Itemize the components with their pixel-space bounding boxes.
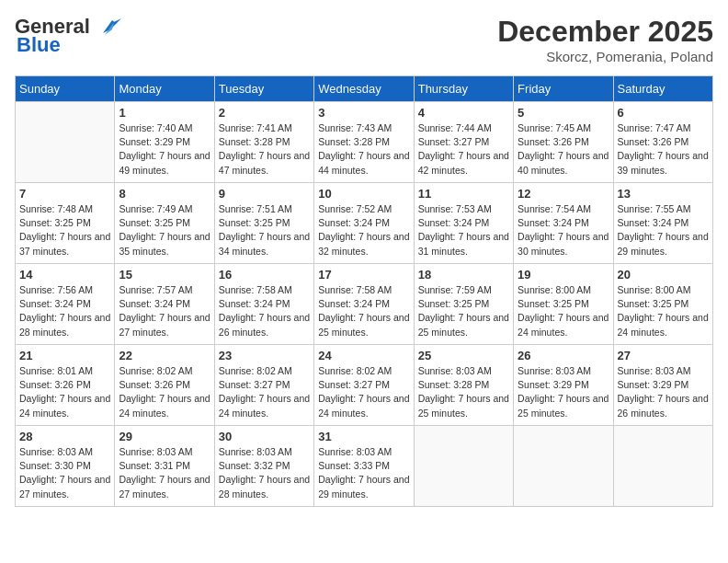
day-number: 8 — [119, 187, 210, 201]
day-info: Sunrise: 7:45 AMSunset: 3:26 PMDaylight:… — [518, 121, 609, 178]
week-row-1: 1Sunrise: 7:40 AMSunset: 3:29 PMDaylight… — [16, 102, 713, 183]
day-number: 9 — [219, 187, 310, 201]
day-number: 25 — [418, 349, 509, 362]
day-info: Sunrise: 7:54 AMSunset: 3:24 PMDaylight:… — [518, 202, 609, 259]
col-header-monday: Monday — [115, 76, 214, 102]
day-number: 14 — [19, 268, 110, 282]
day-info: Sunrise: 7:47 AMSunset: 3:26 PMDaylight:… — [618, 121, 709, 178]
day-info: Sunrise: 8:03 AMSunset: 3:29 PMDaylight:… — [518, 364, 609, 420]
calendar-cell — [414, 426, 513, 507]
calendar-cell: 19Sunrise: 8:00 AMSunset: 3:25 PMDayligh… — [514, 264, 613, 345]
col-header-friday: Friday — [514, 76, 613, 102]
day-number: 7 — [19, 187, 110, 201]
calendar-cell: 18Sunrise: 7:59 AMSunset: 3:25 PMDayligh… — [414, 264, 513, 345]
day-info: Sunrise: 7:59 AMSunset: 3:25 PMDaylight:… — [418, 283, 509, 339]
day-number: 4 — [418, 106, 509, 120]
day-number: 2 — [219, 106, 310, 120]
calendar-cell: 6Sunrise: 7:47 AMSunset: 3:26 PMDaylight… — [613, 102, 712, 183]
day-number: 28 — [19, 430, 110, 443]
month-title: December 2025 — [497, 15, 713, 49]
day-number: 19 — [518, 268, 609, 282]
week-row-5: 28Sunrise: 8:03 AMSunset: 3:30 PMDayligh… — [16, 426, 713, 507]
day-info: Sunrise: 8:02 AMSunset: 3:26 PMDaylight:… — [119, 364, 210, 420]
calendar-cell: 22Sunrise: 8:02 AMSunset: 3:26 PMDayligh… — [115, 345, 214, 426]
calendar-cell — [514, 426, 613, 507]
col-header-saturday: Saturday — [613, 76, 712, 102]
calendar-cell: 25Sunrise: 8:03 AMSunset: 3:28 PMDayligh… — [414, 345, 513, 426]
day-number: 11 — [418, 187, 509, 201]
day-info: Sunrise: 7:49 AMSunset: 3:25 PMDaylight:… — [119, 202, 210, 259]
calendar-cell — [16, 102, 115, 183]
day-info: Sunrise: 7:44 AMSunset: 3:27 PMDaylight:… — [418, 121, 509, 178]
calendar-cell: 13Sunrise: 7:55 AMSunset: 3:24 PMDayligh… — [613, 183, 712, 264]
day-info: Sunrise: 7:58 AMSunset: 3:24 PMDaylight:… — [318, 283, 409, 339]
logo: General Blue — [15, 15, 121, 57]
calendar-cell: 9Sunrise: 7:51 AMSunset: 3:25 PMDaylight… — [214, 183, 313, 264]
calendar-cell: 15Sunrise: 7:57 AMSunset: 3:24 PMDayligh… — [115, 264, 214, 345]
day-number: 3 — [318, 106, 409, 120]
calendar-cell: 16Sunrise: 7:58 AMSunset: 3:24 PMDayligh… — [214, 264, 313, 345]
day-number: 27 — [618, 349, 709, 362]
calendar-cell: 2Sunrise: 7:41 AMSunset: 3:28 PMDaylight… — [214, 102, 313, 183]
day-info: Sunrise: 8:03 AMSunset: 3:33 PMDaylight:… — [318, 445, 409, 501]
calendar-cell: 17Sunrise: 7:58 AMSunset: 3:24 PMDayligh… — [314, 264, 414, 345]
day-number: 13 — [618, 187, 709, 201]
day-number: 15 — [119, 268, 210, 282]
calendar-cell: 5Sunrise: 7:45 AMSunset: 3:26 PMDaylight… — [514, 102, 613, 183]
day-number: 18 — [418, 268, 509, 282]
day-info: Sunrise: 8:00 AMSunset: 3:25 PMDaylight:… — [518, 283, 609, 339]
col-header-sunday: Sunday — [16, 76, 115, 102]
day-number: 24 — [318, 349, 409, 362]
day-info: Sunrise: 8:03 AMSunset: 3:31 PMDaylight:… — [119, 445, 210, 501]
day-number: 31 — [318, 430, 409, 443]
calendar-cell: 20Sunrise: 8:00 AMSunset: 3:25 PMDayligh… — [613, 264, 712, 345]
day-info: Sunrise: 7:48 AMSunset: 3:25 PMDaylight:… — [19, 202, 110, 259]
calendar-cell: 23Sunrise: 8:02 AMSunset: 3:27 PMDayligh… — [214, 345, 313, 426]
week-row-2: 7Sunrise: 7:48 AMSunset: 3:25 PMDaylight… — [16, 183, 713, 264]
calendar-cell: 31Sunrise: 8:03 AMSunset: 3:33 PMDayligh… — [314, 426, 414, 507]
day-number: 5 — [518, 106, 609, 120]
day-info: Sunrise: 7:40 AMSunset: 3:29 PMDaylight:… — [119, 121, 210, 178]
calendar-cell: 27Sunrise: 8:03 AMSunset: 3:29 PMDayligh… — [613, 345, 712, 426]
day-info: Sunrise: 8:03 AMSunset: 3:28 PMDaylight:… — [418, 364, 509, 420]
logo-bird-icon — [94, 17, 121, 37]
day-info: Sunrise: 8:02 AMSunset: 3:27 PMDaylight:… — [318, 364, 409, 420]
page-header: General Blue December 2025 Skorcz, Pomer… — [15, 15, 713, 64]
location: Skorcz, Pomerania, Poland — [497, 49, 713, 64]
day-info: Sunrise: 7:57 AMSunset: 3:24 PMDaylight:… — [119, 283, 210, 339]
calendar-cell: 30Sunrise: 8:03 AMSunset: 3:32 PMDayligh… — [214, 426, 313, 507]
title-block: December 2025 Skorcz, Pomerania, Poland — [497, 15, 713, 64]
day-info: Sunrise: 7:52 AMSunset: 3:24 PMDaylight:… — [318, 202, 409, 259]
day-number: 20 — [618, 268, 709, 282]
day-number: 1 — [119, 106, 210, 120]
day-info: Sunrise: 8:00 AMSunset: 3:25 PMDaylight:… — [618, 283, 709, 339]
calendar-cell: 12Sunrise: 7:54 AMSunset: 3:24 PMDayligh… — [514, 183, 613, 264]
calendar-cell: 11Sunrise: 7:53 AMSunset: 3:24 PMDayligh… — [414, 183, 513, 264]
day-info: Sunrise: 7:51 AMSunset: 3:25 PMDaylight:… — [219, 202, 310, 259]
calendar-cell: 4Sunrise: 7:44 AMSunset: 3:27 PMDaylight… — [414, 102, 513, 183]
day-info: Sunrise: 8:02 AMSunset: 3:27 PMDaylight:… — [219, 364, 310, 420]
day-info: Sunrise: 8:01 AMSunset: 3:26 PMDaylight:… — [19, 364, 110, 420]
day-number: 16 — [219, 268, 310, 282]
calendar-cell: 24Sunrise: 8:02 AMSunset: 3:27 PMDayligh… — [314, 345, 414, 426]
day-number: 29 — [119, 430, 210, 443]
day-number: 10 — [318, 187, 409, 201]
calendar-cell: 29Sunrise: 8:03 AMSunset: 3:31 PMDayligh… — [115, 426, 214, 507]
calendar-header-row: SundayMondayTuesdayWednesdayThursdayFrid… — [16, 76, 713, 102]
day-info: Sunrise: 7:43 AMSunset: 3:28 PMDaylight:… — [318, 121, 409, 178]
day-number: 30 — [219, 430, 310, 443]
week-row-4: 21Sunrise: 8:01 AMSunset: 3:26 PMDayligh… — [16, 345, 713, 426]
col-header-wednesday: Wednesday — [314, 76, 414, 102]
calendar-cell: 8Sunrise: 7:49 AMSunset: 3:25 PMDaylight… — [115, 183, 214, 264]
logo-blue: Blue — [17, 33, 61, 57]
day-number: 6 — [618, 106, 709, 120]
calendar-cell: 3Sunrise: 7:43 AMSunset: 3:28 PMDaylight… — [314, 102, 414, 183]
calendar-cell: 1Sunrise: 7:40 AMSunset: 3:29 PMDaylight… — [115, 102, 214, 183]
day-number: 22 — [119, 349, 210, 362]
week-row-3: 14Sunrise: 7:56 AMSunset: 3:24 PMDayligh… — [16, 264, 713, 345]
calendar-cell: 7Sunrise: 7:48 AMSunset: 3:25 PMDaylight… — [16, 183, 115, 264]
day-info: Sunrise: 7:53 AMSunset: 3:24 PMDaylight:… — [418, 202, 509, 259]
svg-marker-1 — [105, 22, 114, 35]
col-header-thursday: Thursday — [414, 76, 513, 102]
day-info: Sunrise: 7:55 AMSunset: 3:24 PMDaylight:… — [618, 202, 709, 259]
